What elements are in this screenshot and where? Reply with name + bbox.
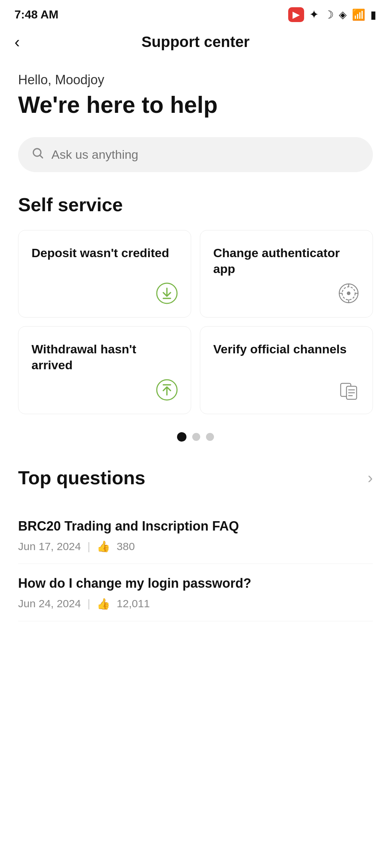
video-icon: ▶ <box>288 7 304 22</box>
search-icon <box>31 146 44 163</box>
auth-icon <box>338 282 360 304</box>
card-deposit-icon-wrap <box>31 282 178 304</box>
pagination-dot-2[interactable] <box>192 433 200 441</box>
card-verify-icon-wrap <box>213 379 360 401</box>
question-title-2: How do I change my login password? <box>18 575 373 592</box>
pagination-dot-3[interactable] <box>206 433 214 441</box>
wifi-icon: 📶 <box>352 8 365 21</box>
moon-icon: ☽ <box>324 8 334 21</box>
status-bar: 7:48 AM ▶ ✦ ☽ ◈ 📶 ▮ <box>0 0 391 26</box>
self-service-title: Self service <box>18 194 373 216</box>
upload-icon <box>156 379 178 401</box>
svg-line-1 <box>40 156 43 158</box>
status-icons: ▶ ✦ ☽ ◈ 📶 ▮ <box>288 7 377 22</box>
like-icon-1: 👍 <box>97 540 110 553</box>
verify-icon <box>338 379 360 401</box>
card-withdrawal-icon-wrap <box>31 379 178 401</box>
question-item-1[interactable]: BRC20 Trading and Inscription FAQ Jun 17… <box>18 507 373 564</box>
like-icon-2: 👍 <box>97 597 110 610</box>
main-content: Hello, Moodjoy We're here to help Self s… <box>0 58 391 621</box>
back-button[interactable]: ‹ <box>14 34 20 50</box>
card-verify-label: Verify official channels <box>213 341 360 373</box>
question-likes-2: 12,011 <box>117 597 150 610</box>
card-authenticator[interactable]: Change authenticator app <box>200 230 373 318</box>
card-authenticator-icon-wrap <box>213 282 360 304</box>
view-all-button[interactable]: › <box>367 469 373 487</box>
question-title-1: BRC20 Trading and Inscription FAQ <box>18 518 373 535</box>
card-authenticator-label: Change authenticator app <box>213 245 360 277</box>
service-cards-grid: Deposit wasn't credited Change authentic… <box>18 230 373 414</box>
page-title: Support center <box>142 33 250 51</box>
question-meta-2: Jun 24, 2024 | 👍 12,011 <box>18 597 373 610</box>
card-withdrawal-label: Withdrawal hasn't arrived <box>31 341 178 373</box>
svg-point-7 <box>347 292 350 295</box>
location-icon: ◈ <box>339 9 347 21</box>
card-verify[interactable]: Verify official channels <box>200 326 373 414</box>
status-time: 7:48 AM <box>14 8 59 21</box>
meta-divider-2: | <box>87 597 90 610</box>
hero-title: We're here to help <box>18 91 373 119</box>
top-questions-header: Top questions › <box>18 467 373 489</box>
battery-icon: ▮ <box>370 8 377 21</box>
question-date-1: Jun 17, 2024 <box>18 540 81 553</box>
pagination-dots <box>18 432 373 442</box>
download-icon <box>156 282 178 304</box>
question-date-2: Jun 24, 2024 <box>18 597 81 610</box>
question-item-2[interactable]: How do I change my login password? Jun 2… <box>18 564 373 621</box>
search-bar[interactable] <box>18 137 373 172</box>
card-deposit-label: Deposit wasn't credited <box>31 245 178 277</box>
question-likes-1: 380 <box>117 540 135 553</box>
card-withdrawal[interactable]: Withdrawal hasn't arrived <box>18 326 191 414</box>
card-deposit[interactable]: Deposit wasn't credited <box>18 230 191 318</box>
top-questions-title: Top questions <box>18 467 145 489</box>
page-header: ‹ Support center <box>0 26 391 58</box>
greeting-text: Hello, Moodjoy <box>18 72 373 88</box>
search-input[interactable] <box>51 148 360 162</box>
meta-divider-1: | <box>87 540 90 553</box>
question-meta-1: Jun 17, 2024 | 👍 380 <box>18 540 373 553</box>
pagination-dot-1[interactable] <box>177 432 186 442</box>
bluetooth-icon: ✦ <box>309 8 319 21</box>
